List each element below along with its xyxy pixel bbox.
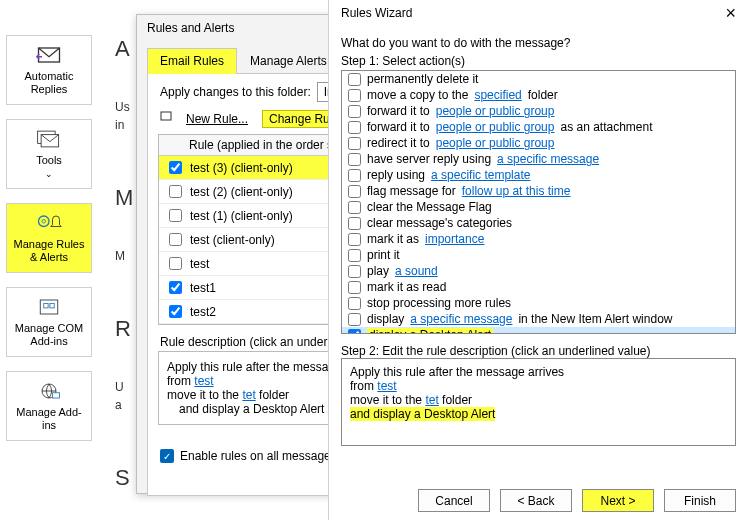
action-checkbox[interactable] — [348, 121, 361, 134]
action-checkbox[interactable] — [348, 153, 361, 166]
actions-list[interactable]: permanently delete itmove a copy to the … — [341, 70, 736, 334]
rule-name: test (client-only) — [190, 233, 275, 247]
action-row[interactable]: display a specific message in the New It… — [342, 311, 735, 327]
desktop-alert-highlight: and display a Desktop Alert — [350, 407, 495, 421]
wizard-buttons: Cancel < Back Next > Finish — [418, 489, 736, 512]
wizard-title: Rules Wizard — [341, 6, 412, 20]
sidebar-item-label: Tools⌄ — [36, 154, 62, 181]
sidebar-item-label: AutomaticReplies — [25, 70, 74, 96]
rule-checkbox[interactable] — [169, 233, 182, 246]
rule-checkbox[interactable] — [169, 305, 182, 318]
action-checkbox[interactable] — [348, 329, 361, 335]
step1-label: Step 1: Select action(s) — [341, 54, 736, 68]
action-checkbox[interactable] — [348, 201, 361, 214]
action-row[interactable]: print it — [342, 247, 735, 263]
apply-changes-label: Apply changes to this folder: — [160, 85, 311, 99]
sidebar-item-tools[interactable]: Tools⌄ — [6, 119, 92, 189]
rule-name: test1 — [190, 281, 216, 295]
action-checkbox[interactable] — [348, 169, 361, 182]
sidebar-item-label: Manage Rules& Alerts — [14, 238, 85, 264]
close-icon[interactable]: × — [725, 6, 736, 20]
action-row[interactable]: clear message's categories — [342, 215, 735, 231]
svg-point-3 — [39, 216, 50, 227]
action-row[interactable]: forward it to people or public group as … — [342, 119, 735, 135]
action-checkbox[interactable] — [348, 217, 361, 230]
action-checkbox[interactable] — [348, 73, 361, 86]
rule-checkbox[interactable] — [169, 209, 182, 222]
svg-rect-5 — [40, 300, 58, 314]
rule-checkbox[interactable] — [169, 161, 182, 174]
action-row[interactable]: mark it as importance — [342, 231, 735, 247]
action-param-link[interactable]: people or public group — [436, 104, 555, 118]
action-checkbox[interactable] — [348, 89, 361, 102]
action-row[interactable]: clear the Message Flag — [342, 199, 735, 215]
rule-name: test (3) (client-only) — [190, 161, 293, 175]
enable-rules-checkbox[interactable]: ✓ — [160, 449, 174, 463]
action-param-link[interactable]: follow up at this time — [462, 184, 571, 198]
action-row[interactable]: mark it as read — [342, 279, 735, 295]
action-row[interactable]: move a copy to the specified folder — [342, 87, 735, 103]
action-checkbox[interactable] — [348, 185, 361, 198]
action-checkbox[interactable] — [348, 281, 361, 294]
action-param-link[interactable]: people or public group — [436, 120, 555, 134]
tab-manage-alerts[interactable]: Manage Alerts — [237, 48, 340, 74]
tab-email-rules[interactable]: Email Rules — [147, 48, 237, 74]
action-row[interactable]: permanently delete it — [342, 71, 735, 87]
rule-name: test (1) (client-only) — [190, 209, 293, 223]
rules-wizard-dialog: Rules Wizard × What do you want to do wi… — [328, 0, 748, 520]
svg-rect-10 — [161, 112, 171, 120]
next-button[interactable]: Next > — [582, 489, 654, 512]
action-param-link[interactable]: a specific message — [410, 312, 512, 326]
folder-link[interactable]: tet — [242, 388, 255, 402]
rule-checkbox[interactable] — [169, 185, 182, 198]
action-row[interactable]: display a Desktop Alert — [342, 327, 735, 334]
action-checkbox[interactable] — [348, 233, 361, 246]
svg-point-4 — [42, 220, 46, 224]
action-param-link[interactable]: specified — [474, 88, 521, 102]
sidebar-item-label: Manage COMAdd-ins — [15, 322, 83, 348]
action-checkbox[interactable] — [348, 297, 361, 310]
rule-name: test (2) (client-only) — [190, 185, 293, 199]
action-param-link[interactable]: importance — [425, 232, 484, 246]
action-checkbox[interactable] — [348, 313, 361, 326]
action-checkbox[interactable] — [348, 105, 361, 118]
action-checkbox[interactable] — [348, 249, 361, 262]
action-row[interactable]: forward it to people or public group — [342, 103, 735, 119]
folder-link[interactable]: tet — [425, 393, 438, 407]
action-row[interactable]: redirect it to people or public group — [342, 135, 735, 151]
rule-checkbox[interactable] — [169, 281, 182, 294]
action-checkbox[interactable] — [348, 137, 361, 150]
wizard-prompt: What do you want to do with the message? — [341, 36, 736, 50]
rule-description-editor: Apply this rule after the message arrive… — [341, 358, 736, 446]
svg-rect-9 — [53, 393, 60, 398]
action-row[interactable]: stop processing more rules — [342, 295, 735, 311]
sidebar-item-manage-com-addins[interactable]: Manage COMAdd-ins — [6, 287, 92, 357]
finish-button[interactable]: Finish — [664, 489, 736, 512]
action-checkbox[interactable] — [348, 265, 361, 278]
action-row[interactable]: reply using a specific template — [342, 167, 735, 183]
sidebar-item-label: Manage Add-ins — [16, 406, 81, 432]
enable-rules-label: Enable rules on all messages d — [180, 449, 347, 463]
action-row[interactable]: flag message for follow up at this time — [342, 183, 735, 199]
envelope-stack-icon — [35, 128, 63, 150]
from-link[interactable]: test — [377, 379, 396, 393]
gear-bell-icon — [35, 212, 63, 234]
action-row[interactable]: play a sound — [342, 263, 735, 279]
new-rule-icon — [160, 110, 172, 122]
rule-name: test — [190, 257, 209, 271]
rule-checkbox[interactable] — [169, 257, 182, 270]
back-button[interactable]: < Back — [500, 489, 572, 512]
action-param-link[interactable]: a sound — [395, 264, 438, 278]
svg-rect-6 — [44, 304, 48, 308]
sidebar-item-manage-rules-alerts[interactable]: Manage Rules& Alerts — [6, 203, 92, 273]
action-param-link[interactable]: a specific template — [431, 168, 530, 182]
sidebar-item-manage-addins[interactable]: Manage Add-ins — [6, 371, 92, 441]
sidebar-item-automatic-replies[interactable]: AutomaticReplies — [6, 35, 92, 105]
options-sidebar: AutomaticReplies Tools⌄ Manage Rules& Al… — [0, 0, 108, 520]
action-row[interactable]: have server reply using a specific messa… — [342, 151, 735, 167]
from-link[interactable]: test — [194, 374, 213, 388]
cancel-button[interactable]: Cancel — [418, 489, 490, 512]
new-rule-button[interactable]: New Rule... — [182, 110, 252, 128]
action-param-link[interactable]: people or public group — [436, 136, 555, 150]
action-param-link[interactable]: a specific message — [497, 152, 599, 166]
